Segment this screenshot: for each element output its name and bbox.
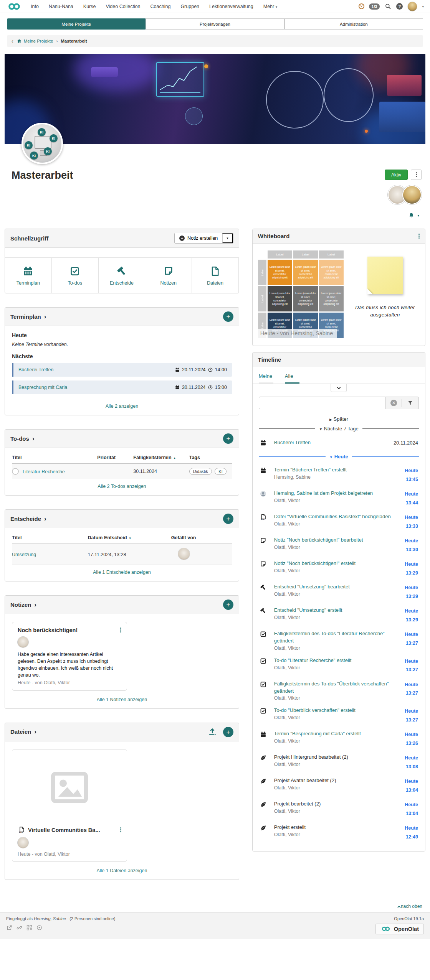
entry-title[interactable]: Entscheid "Umsetzung" bearbeitet [274,584,350,590]
section-later[interactable]: ▶ Später [259,416,419,422]
event-row[interactable]: Besprechung mit Carla 30.11.2024 15:00 [12,380,232,394]
col-tags[interactable]: Tags [189,455,232,460]
show-all-entscheide-link[interactable]: Alle 1 Entscheide anzeigen [93,570,151,575]
quick-link-tile[interactable]: Dateien [192,258,239,293]
col-faelligkeit[interactable]: Fälligkeitstermin▲ [133,455,189,460]
section-tab[interactable]: Projektvorlagen [146,18,284,30]
section-tab[interactable]: Administration [284,18,423,30]
quick-link-tile[interactable]: Entscheide [99,258,146,293]
timeline-search-input[interactable] [259,397,386,409]
user-avatar[interactable] [407,2,417,12]
avatar-viktor[interactable] [178,548,190,560]
file-card[interactable]: Virtuelle Communities Ba... Heute - von … [12,749,127,862]
section-tab[interactable]: Meine Projekte [7,18,146,30]
add-termin-button[interactable]: + [223,311,233,322]
entry-title[interactable]: Fälligkeitstermin des To-dos "Überblick … [274,681,389,694]
col-datum[interactable]: Datum Entscheid▼ [88,535,171,540]
entry-title[interactable]: Projekt Hintergrund bearbeitet (2) [274,754,348,760]
section-next7[interactable]: ▼ Nächste 7 Tage [259,426,419,432]
menu-more[interactable]: Mehr ▾ [263,4,278,9]
show-all-todos-link[interactable]: Alle 2 To-dos anzeigen [98,484,146,489]
entry-title[interactable]: Notiz "Noch berücksichtigen!" erstellt [274,560,356,566]
back-to-top-link[interactable]: nach oben [397,904,422,909]
todos-title[interactable]: To-dos [10,435,35,443]
whiteboard-kebab-icon[interactable] [418,236,420,237]
menu-item[interactable]: Nanu-Nana [49,4,73,9]
col-gefaellt-von[interactable]: Gefällt von [171,535,232,540]
attendance-icon[interactable]: ✕ [359,3,364,9]
add-entscheid-button[interactable]: + [223,514,233,524]
todo-checkbox[interactable] [12,468,19,475]
search-icon[interactable] [384,3,392,10]
link-icon[interactable] [16,924,23,931]
whiteboard-preview[interactable]: Label Label Label Label Lorem ipsum dolo… [253,244,425,346]
entry-title[interactable]: Entscheid "Umsetzung" erstellt [274,607,342,613]
notizen-title[interactable]: Notizen [10,601,36,609]
member-avatars[interactable] [388,185,422,204]
entry-title[interactable]: Datei "Virtuelle Communities Basistext" … [274,514,391,519]
entry-title[interactable]: Termin "Besprechung mit Carla" erstellt [274,731,361,736]
create-note-button[interactable]: + Notiz erstellen [175,233,222,243]
event-row[interactable]: Bücherei Treffen 20.11.2024 14:00 [12,363,232,377]
entscheid-title[interactable]: Umsetzung [12,552,88,557]
menu-item[interactable]: Lektionenverwaltung [209,4,253,9]
upload-icon[interactable] [208,727,217,736]
col-titel[interactable]: Titel [12,535,88,540]
filter-button[interactable] [402,399,418,407]
target-icon[interactable] [36,924,43,931]
timeline-collapse-button[interactable] [331,384,347,392]
col-prioritaet[interactable]: Priorität [97,455,133,460]
terminplan-title[interactable]: Terminplan [10,313,46,321]
menu-item[interactable]: Kurse [83,4,96,9]
status-badge[interactable]: Aktiv [385,170,408,180]
attendance-badge[interactable]: 1/3 [369,3,380,10]
entry-title[interactable]: Hemsing, Sabine ist dem Projekt beigetre… [274,490,373,496]
breadcrumb-root[interactable]: Meine Projekte [17,38,53,44]
add-todo-button[interactable]: + [223,433,233,444]
event-title[interactable]: Besprechung mit Carla [18,385,67,390]
entry-title[interactable]: Termin "Bücherei Treffen" erstellt [274,467,347,473]
todo-title[interactable]: Literatur Recherche [23,469,65,474]
note-kebab-icon[interactable] [120,629,121,631]
col-titel[interactable]: Titel [12,455,97,460]
avatar-sabine[interactable] [402,185,422,204]
show-all-dateien-link[interactable]: Alle 1 Dateien anzeigen [96,868,147,873]
qr-code-icon[interactable] [26,924,33,931]
menu-item[interactable]: Coaching [150,4,171,9]
show-all-notizen-link[interactable]: Alle 1 Notizen anzeigen [97,697,147,702]
add-datei-button[interactable]: + [223,727,233,737]
timeline-tab[interactable]: Meine [259,373,273,384]
file-name[interactable]: Virtuelle Communities Ba... [28,827,117,833]
upcoming-event-title[interactable]: Bücherei Treffen [274,439,394,446]
menu-item[interactable]: Gruppen [180,4,199,9]
quick-link-tile[interactable]: Terminplan [5,258,52,293]
project-menu-button[interactable] [411,170,422,180]
entry-title[interactable]: Projekt bearbeitet (2) [274,801,321,807]
footer-logo[interactable]: OpenOlat [375,924,424,934]
menu-item[interactable]: Video Collection [106,4,140,9]
show-all-events-link[interactable]: Alle 2 anzeigen [106,404,138,409]
entry-title[interactable]: Fälligkeitstermin des To-dos "Literatur … [274,631,385,644]
entry-title[interactable]: Projekt erstellt [274,824,306,830]
entscheide-title[interactable]: Entscheide [10,515,46,523]
help-icon[interactable]: ? [396,3,403,10]
timeline-tab[interactable]: Alle [285,373,299,384]
note-card[interactable]: Noch berücksichtigen! Habe gerade einen … [12,622,127,691]
entry-title[interactable]: To-do "Überblick verschaffen" erstellt [274,707,356,713]
add-notiz-button[interactable]: + [223,600,233,610]
user-menu-caret-icon[interactable]: ▾ [422,5,424,8]
back-chevron-icon[interactable]: ‹ [12,38,13,44]
dateien-title[interactable]: Dateien [10,728,36,736]
entry-title[interactable]: To-do "Literatur Recherche" erstellt [274,657,351,663]
search-clear-button[interactable]: ✕ [386,400,402,406]
event-title[interactable]: Bücherei Treffen [18,367,54,372]
project-avatar[interactable]: KI KI KI KI KI [22,123,63,164]
quick-link-tile[interactable]: To-dos [52,258,99,293]
share-icon[interactable] [6,924,13,931]
openolat-logo[interactable] [6,2,22,11]
quick-link-tile[interactable]: Notizen [145,258,192,293]
file-kebab-icon[interactable] [120,829,121,830]
bell-icon[interactable] [408,212,415,219]
entry-title[interactable]: Notiz "Noch berücksichtigen!" bearbeitet [274,537,363,543]
menu-item[interactable]: Info [31,4,39,9]
